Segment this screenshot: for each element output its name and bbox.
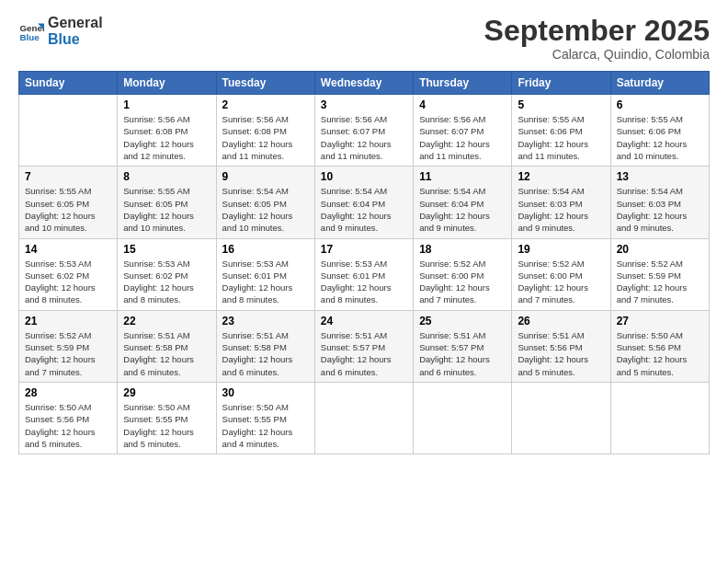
header-wednesday: Wednesday <box>314 72 413 95</box>
day-info: Sunrise: 5:52 AM Sunset: 6:00 PM Dayligh… <box>419 258 506 306</box>
day-number: 14 <box>25 243 111 256</box>
day-info: Sunrise: 5:51 AM Sunset: 5:57 PM Dayligh… <box>419 329 506 378</box>
calendar-subtitle: Calarca, Quindio, Colombia <box>484 47 710 62</box>
day-number: 26 <box>518 315 604 327</box>
header-row: Sunday Monday Tuesday Wednesday Thursday… <box>19 72 710 95</box>
calendar-week-5: 28Sunrise: 5:50 AM Sunset: 5:56 PM Dayli… <box>19 382 710 454</box>
day-info: Sunrise: 5:50 AM Sunset: 5:56 PM Dayligh… <box>25 401 111 450</box>
calendar-cell: 26Sunrise: 5:51 AM Sunset: 5:56 PM Dayli… <box>512 310 610 382</box>
calendar-cell <box>512 382 610 454</box>
calendar-cell: 1Sunrise: 5:56 AM Sunset: 6:08 PM Daylig… <box>118 95 216 167</box>
day-info: Sunrise: 5:53 AM Sunset: 6:01 PM Dayligh… <box>222 258 309 306</box>
calendar-cell: 9Sunrise: 5:54 AM Sunset: 6:05 PM Daylig… <box>216 167 314 238</box>
day-number: 9 <box>222 170 309 183</box>
calendar-cell: 18Sunrise: 5:52 AM Sunset: 6:00 PM Dayli… <box>414 238 512 310</box>
day-number: 24 <box>321 315 407 327</box>
day-number: 7 <box>25 170 111 183</box>
day-number: 29 <box>123 386 210 399</box>
day-info: Sunrise: 5:54 AM Sunset: 6:03 PM Dayligh… <box>518 185 604 234</box>
calendar-cell: 25Sunrise: 5:51 AM Sunset: 5:57 PM Dayli… <box>414 310 512 382</box>
day-info: Sunrise: 5:53 AM Sunset: 6:02 PM Dayligh… <box>25 258 111 306</box>
day-number: 17 <box>321 243 407 256</box>
header: General Blue General Blue September 2025… <box>18 15 710 62</box>
day-info: Sunrise: 5:50 AM Sunset: 5:55 PM Dayligh… <box>222 401 309 450</box>
calendar-cell: 17Sunrise: 5:53 AM Sunset: 6:01 PM Dayli… <box>314 238 413 310</box>
calendar-cell <box>610 382 709 454</box>
day-number: 15 <box>123 243 210 256</box>
day-info: Sunrise: 5:51 AM Sunset: 5:57 PM Dayligh… <box>321 329 407 378</box>
calendar-title: September 2025 <box>484 15 710 47</box>
logo-icon: General Blue <box>18 18 44 44</box>
header-monday: Monday <box>118 72 216 95</box>
calendar-cell: 20Sunrise: 5:52 AM Sunset: 5:59 PM Dayli… <box>610 238 709 310</box>
calendar-body: 1Sunrise: 5:56 AM Sunset: 6:08 PM Daylig… <box>19 95 710 454</box>
logo: General Blue General Blue <box>18 15 103 47</box>
day-number: 12 <box>518 170 604 183</box>
header-friday: Friday <box>512 72 610 95</box>
day-number: 20 <box>617 243 703 256</box>
logo-text-blue: Blue <box>48 31 103 48</box>
day-number: 28 <box>25 386 111 399</box>
day-info: Sunrise: 5:54 AM Sunset: 6:03 PM Dayligh… <box>617 185 703 234</box>
calendar-cell: 23Sunrise: 5:51 AM Sunset: 5:58 PM Dayli… <box>216 310 314 382</box>
day-info: Sunrise: 5:54 AM Sunset: 6:05 PM Dayligh… <box>222 185 309 234</box>
calendar-cell: 29Sunrise: 5:50 AM Sunset: 5:55 PM Dayli… <box>118 382 216 454</box>
day-number: 8 <box>123 170 210 183</box>
header-tuesday: Tuesday <box>216 72 314 95</box>
day-info: Sunrise: 5:55 AM Sunset: 6:06 PM Dayligh… <box>518 113 604 162</box>
day-number: 11 <box>419 170 506 183</box>
calendar-cell: 27Sunrise: 5:50 AM Sunset: 5:56 PM Dayli… <box>610 310 709 382</box>
day-info: Sunrise: 5:53 AM Sunset: 6:01 PM Dayligh… <box>321 258 407 306</box>
day-number: 19 <box>518 243 604 256</box>
calendar-table: Sunday Monday Tuesday Wednesday Thursday… <box>18 71 710 454</box>
day-number: 25 <box>419 315 506 327</box>
calendar-cell: 15Sunrise: 5:53 AM Sunset: 6:02 PM Dayli… <box>118 238 216 310</box>
day-info: Sunrise: 5:51 AM Sunset: 5:58 PM Dayligh… <box>222 329 309 378</box>
calendar-cell <box>314 382 413 454</box>
day-info: Sunrise: 5:55 AM Sunset: 6:06 PM Dayligh… <box>617 113 703 162</box>
day-info: Sunrise: 5:50 AM Sunset: 5:55 PM Dayligh… <box>123 401 210 450</box>
calendar-cell: 12Sunrise: 5:54 AM Sunset: 6:03 PM Dayli… <box>512 167 610 238</box>
day-info: Sunrise: 5:55 AM Sunset: 6:05 PM Dayligh… <box>25 185 111 234</box>
header-sunday: Sunday <box>19 72 118 95</box>
day-info: Sunrise: 5:55 AM Sunset: 6:05 PM Dayligh… <box>123 185 210 234</box>
day-number: 10 <box>321 170 407 183</box>
calendar-cell: 30Sunrise: 5:50 AM Sunset: 5:55 PM Dayli… <box>216 382 314 454</box>
day-info: Sunrise: 5:54 AM Sunset: 6:04 PM Dayligh… <box>419 185 506 234</box>
calendar-cell: 10Sunrise: 5:54 AM Sunset: 6:04 PM Dayli… <box>314 167 413 238</box>
day-number: 21 <box>25 315 111 327</box>
day-number: 1 <box>123 98 210 111</box>
calendar-week-1: 1Sunrise: 5:56 AM Sunset: 6:08 PM Daylig… <box>19 95 710 167</box>
calendar-cell: 28Sunrise: 5:50 AM Sunset: 5:56 PM Dayli… <box>19 382 118 454</box>
calendar-cell: 5Sunrise: 5:55 AM Sunset: 6:06 PM Daylig… <box>512 95 610 167</box>
calendar-cell: 13Sunrise: 5:54 AM Sunset: 6:03 PM Dayli… <box>610 167 709 238</box>
calendar-cell: 24Sunrise: 5:51 AM Sunset: 5:57 PM Dayli… <box>314 310 413 382</box>
day-info: Sunrise: 5:52 AM Sunset: 5:59 PM Dayligh… <box>617 258 703 306</box>
day-info: Sunrise: 5:53 AM Sunset: 6:02 PM Dayligh… <box>123 258 210 306</box>
title-block: September 2025 Calarca, Quindio, Colombi… <box>484 15 710 62</box>
day-number: 3 <box>321 98 407 111</box>
day-info: Sunrise: 5:56 AM Sunset: 6:07 PM Dayligh… <box>419 113 506 162</box>
day-number: 13 <box>617 170 703 183</box>
calendar-week-2: 7Sunrise: 5:55 AM Sunset: 6:05 PM Daylig… <box>19 167 710 238</box>
day-number: 2 <box>222 98 309 111</box>
day-info: Sunrise: 5:50 AM Sunset: 5:56 PM Dayligh… <box>617 329 703 378</box>
day-number: 16 <box>222 243 309 256</box>
calendar-cell: 6Sunrise: 5:55 AM Sunset: 6:06 PM Daylig… <box>610 95 709 167</box>
calendar-cell: 7Sunrise: 5:55 AM Sunset: 6:05 PM Daylig… <box>19 167 118 238</box>
day-number: 23 <box>222 315 309 327</box>
day-info: Sunrise: 5:52 AM Sunset: 6:00 PM Dayligh… <box>518 258 604 306</box>
calendar-cell: 4Sunrise: 5:56 AM Sunset: 6:07 PM Daylig… <box>414 95 512 167</box>
calendar-cell: 16Sunrise: 5:53 AM Sunset: 6:01 PM Dayli… <box>216 238 314 310</box>
day-info: Sunrise: 5:52 AM Sunset: 5:59 PM Dayligh… <box>25 329 111 378</box>
day-info: Sunrise: 5:56 AM Sunset: 6:07 PM Dayligh… <box>321 113 407 162</box>
day-info: Sunrise: 5:51 AM Sunset: 5:58 PM Dayligh… <box>123 329 210 378</box>
day-number: 18 <box>419 243 506 256</box>
day-number: 30 <box>222 386 309 399</box>
day-info: Sunrise: 5:56 AM Sunset: 6:08 PM Dayligh… <box>222 113 309 162</box>
calendar-week-4: 21Sunrise: 5:52 AM Sunset: 5:59 PM Dayli… <box>19 310 710 382</box>
logo-text-general: General <box>48 15 103 31</box>
day-number: 22 <box>123 315 210 327</box>
calendar-cell: 11Sunrise: 5:54 AM Sunset: 6:04 PM Dayli… <box>414 167 512 238</box>
calendar-cell: 2Sunrise: 5:56 AM Sunset: 6:08 PM Daylig… <box>216 95 314 167</box>
